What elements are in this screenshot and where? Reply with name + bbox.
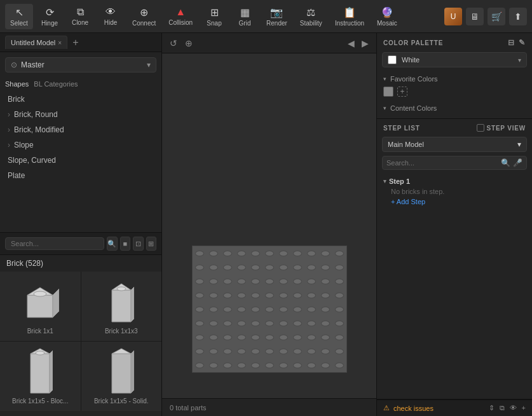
master-dropdown[interactable]: ⊙ Master ▾ <box>5 57 156 73</box>
tool-hide[interactable]: 👁 Hide <box>97 4 125 29</box>
lego-dot-cell <box>249 316 263 330</box>
tab-add-button[interactable]: + <box>70 37 81 48</box>
right-panel: COLOR PALETTE ⊟ ✎ White ▾ ▾ Favorite Col… <box>376 33 532 416</box>
lego-dot-cell <box>332 316 346 330</box>
bottom-status-bar: ⚠ check issues ⇕ ⧉ 👁 + <box>377 399 532 416</box>
tool-select[interactable]: ↖ Select <box>5 4 33 29</box>
lego-dot-cell <box>235 302 249 316</box>
toolbar-icon-cart[interactable]: 🛒 <box>488 8 505 25</box>
bottom-icon-eye[interactable]: 👁 <box>510 404 517 412</box>
favorite-colors-header[interactable]: ▾ Favorite Colors <box>383 75 526 83</box>
content-colors-header[interactable]: ▾ Content Colors <box>383 104 526 112</box>
search-input[interactable] <box>5 237 104 250</box>
brick-item-1x1x5-bloc[interactable]: Brick 1x1x5 - Bloc... <box>0 342 81 411</box>
step-mic-icon[interactable]: 🎤 <box>513 158 522 167</box>
lego-dot-cell <box>207 344 221 358</box>
tool-grid[interactable]: ▦ Grid <box>231 4 259 29</box>
brick-label-1x1x3: Brick 1x1x3 <box>105 328 138 335</box>
tool-clone[interactable]: ⧉ Clone <box>66 4 94 29</box>
shape-item-brick-round[interactable]: Brick, Round <box>0 107 161 122</box>
tool-stability[interactable]: ⚖ Stability <box>295 4 327 29</box>
tab-close-button[interactable]: × <box>58 39 62 46</box>
tool-snap[interactable]: ⊞ Snap <box>200 4 228 29</box>
brick-item-1x1x5-solid[interactable]: Brick 1x1x5 - Solid. <box>81 342 162 411</box>
view-outline-button[interactable]: ⊡ <box>133 237 144 251</box>
lego-dot-cell <box>304 260 318 274</box>
tab-untitled-model[interactable]: Untitled Model × <box>5 36 67 49</box>
lego-dot <box>251 363 260 368</box>
shape-item-brick[interactable]: Brick <box>0 92 161 107</box>
lego-dot <box>265 335 274 340</box>
viewport-next-button[interactable]: ▶ <box>358 37 371 50</box>
favorite-color-swatch[interactable] <box>383 87 393 97</box>
lego-dot <box>265 293 274 298</box>
step-search-input[interactable] <box>386 159 498 167</box>
tool-connect[interactable]: ⊕ Connect <box>127 4 161 29</box>
viewport-prev-button[interactable]: ◀ <box>344 37 357 50</box>
lego-dot-cell <box>304 330 318 344</box>
color-selector-dropdown[interactable]: White ▾ <box>382 52 527 67</box>
shape-item-plate[interactable]: Plate <box>0 168 161 183</box>
lego-dot-cell <box>290 288 304 302</box>
content-chevron-icon: ▾ <box>383 105 386 111</box>
tool-hinge[interactable]: ⟳ Hinge <box>36 4 64 29</box>
bottom-icon-clone[interactable]: ⧉ <box>500 404 505 412</box>
toolbar-icon-monitor[interactable]: 🖥 <box>466 8 484 25</box>
view-grid-button[interactable]: ⊞ <box>146 237 157 251</box>
lego-dot <box>251 307 260 312</box>
lego-dot-cell <box>235 330 249 344</box>
step-view-toggle: Step view <box>477 124 526 132</box>
lego-dot-cell <box>207 358 221 372</box>
lego-dot-cell <box>221 344 235 358</box>
step-view-checkbox[interactable] <box>477 124 484 132</box>
lego-dot-cell <box>332 330 346 344</box>
viewport-zoom-button[interactable]: ⊕ <box>182 37 195 50</box>
lego-dot <box>335 251 344 256</box>
lego-dot <box>279 335 288 340</box>
search-icon-button[interactable]: 🔍 <box>107 237 118 251</box>
lego-dot-cell <box>304 302 318 316</box>
lego-baseplate <box>192 246 347 373</box>
filter-icon[interactable]: ⊟ <box>508 38 515 47</box>
svg-marker-10 <box>50 350 53 393</box>
lego-dot-cell <box>276 288 290 302</box>
model-selector-dropdown[interactable]: Main Model ▾ <box>382 137 527 152</box>
lego-dot <box>223 335 232 340</box>
lego-dot <box>237 363 246 368</box>
lego-dot-cell <box>193 316 207 330</box>
viewport-rotate-button[interactable]: ↺ <box>167 37 180 50</box>
lego-dot-cell <box>318 330 332 344</box>
lego-dot-cell <box>235 246 249 260</box>
brick-grid: Brick 1x1 Brick 1x1x3 <box>0 272 161 411</box>
brick-item-1x1x3[interactable]: Brick 1x1x3 <box>81 272 162 341</box>
step-chevron-icon: ▾ <box>383 178 386 184</box>
brick-item-1x1[interactable]: Brick 1x1 <box>0 272 81 341</box>
tool-instruction[interactable]: 📋 Instruction <box>330 4 369 29</box>
shape-item-brick-modified[interactable]: Brick, Modified <box>0 122 161 137</box>
bottom-status-icons: ⇕ ⧉ 👁 + <box>489 404 526 412</box>
lego-dot <box>293 349 302 354</box>
lego-dot <box>307 335 316 340</box>
shape-item-slope[interactable]: Slope <box>0 137 161 153</box>
lego-dot-cell <box>207 316 221 330</box>
tool-render[interactable]: 📷 Render <box>261 4 292 29</box>
shape-item-slope-curved[interactable]: Slope, Curved <box>0 153 161 168</box>
add-favorite-color-button[interactable]: + <box>397 87 407 97</box>
tool-collision[interactable]: ▲ Collision <box>163 4 198 29</box>
bottom-icon-add[interactable]: + <box>522 404 526 412</box>
lego-dot-cell <box>221 358 235 372</box>
edit-icon[interactable]: ✎ <box>519 38 526 47</box>
lego-dot-cell <box>332 344 346 358</box>
toolbar-icon-upload[interactable]: ⬆ <box>509 8 527 25</box>
view-solid-button[interactable]: ■ <box>120 237 131 251</box>
lego-dot-cell <box>207 274 221 288</box>
add-step-button[interactable]: + Add Step <box>391 198 526 205</box>
lego-dot <box>265 279 274 284</box>
lego-dot <box>251 265 260 270</box>
viewport-canvas[interactable] <box>162 53 376 398</box>
avatar[interactable]: U <box>444 8 462 25</box>
bottom-icon-resize[interactable]: ⇕ <box>489 404 494 412</box>
lego-dot <box>195 363 204 368</box>
lego-dot <box>251 335 260 340</box>
tool-mosaic[interactable]: 🔮 Mosaic <box>372 4 402 29</box>
